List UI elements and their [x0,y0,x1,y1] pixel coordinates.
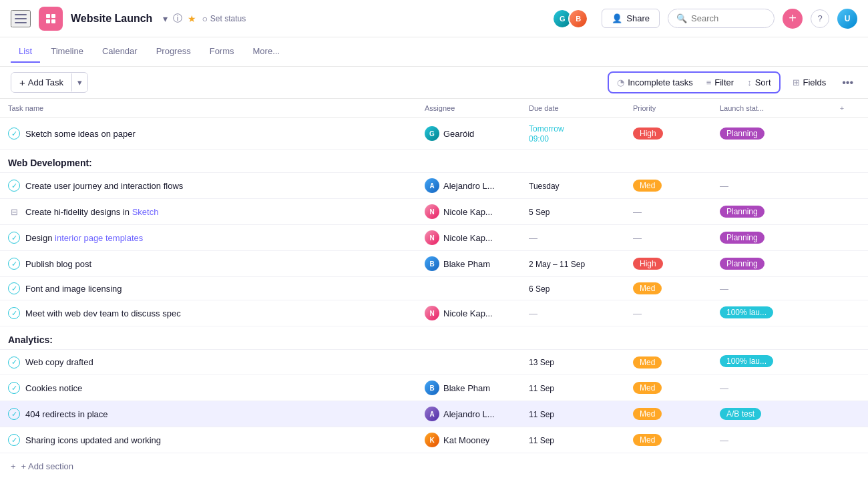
task-check-icon[interactable]: ✓ [8,382,20,394]
share-button[interactable]: Share [602,9,660,28]
task-link[interactable]: Sketch [132,207,159,217]
filter-icon: ≡ [706,77,712,87]
col-header-add[interactable]: + [816,99,868,118]
task-name: Meet with web dev team to discuss spec [25,308,181,318]
table-row[interactable]: ✓Sketch some ideas on paperGGearóidTomor… [0,118,868,150]
incomplete-tasks-icon: ◔ [617,77,624,87]
assignee-avatar: N [425,306,439,320]
task-name-cell: ⊟Create hi-fidelity designs in Sketch [8,206,409,218]
launch-status-badge: Planning [720,206,765,218]
add-task-label: Add Task [28,77,63,87]
tab-list[interactable]: List [11,41,40,63]
add-section-button[interactable]: + + Add section [0,453,868,479]
table-row[interactable]: ✓Font and image licensing6 SepMed— [0,277,868,300]
assignee-avatar: B [425,256,439,271]
launch-status-empty: — [720,284,728,294]
filter-button[interactable]: ≡ Filter [700,74,740,91]
assignee-name: Gearóid [443,129,474,139]
table-row[interactable]: ✓Design interior page templatesNNicole K… [0,225,868,251]
launch-status-badge: Planning [720,258,765,270]
table-row[interactable]: ✓404 redirects in placeAAlejandro L...11… [0,401,868,427]
assignee-cell: AAlejandro L... [425,407,513,421]
sort-button[interactable]: ↕ Sort [740,74,777,91]
priority-badge: Med [633,356,662,369]
svg-rect-2 [46,19,50,23]
due-date: 11 Sep [529,410,554,419]
table-row[interactable]: ✓Sharing icons updated and workingKKat M… [0,427,868,453]
tab-timeline[interactable]: Timeline [43,41,91,63]
task-name-cell: ✓Create user journey and interaction flo… [8,180,409,192]
assignee-avatar: N [425,230,439,245]
assignee-cell: BBlake Pham [425,381,513,395]
incomplete-tasks-button[interactable]: ◔ Incomplete tasks [610,74,700,91]
assignee-avatar: A [425,178,439,193]
due-date: 6 Sep [529,284,550,294]
priority-badge: High [633,258,663,270]
table-row[interactable]: ✓Publish blog postBBlake Pham2 May – 11 … [0,251,868,277]
svg-rect-3 [51,19,55,23]
task-name-cell: ✓Publish blog post [8,258,409,270]
task-name: Cookies notice [25,383,82,393]
star-icon[interactable]: ★ [188,13,196,24]
fields-button[interactable]: ⊞ Fields [786,74,833,91]
task-check-icon[interactable]: ✓ [8,180,20,192]
project-title: Website Launch [71,13,152,25]
add-button[interactable]: + [783,9,803,29]
due-date: 13 Sep [529,358,554,367]
assignee-avatar: A [425,407,439,421]
assignee-name: Nicole Kap... [443,207,493,217]
task-name: Create hi-fidelity designs in Sketch [25,207,158,217]
tab-progress[interactable]: Progress [148,41,199,63]
table-row[interactable]: ✓Create user journey and interaction flo… [0,173,868,199]
task-check-icon[interactable]: ✓ [8,282,20,294]
assignee-name: Nicole Kap... [443,308,493,318]
user-avatar[interactable]: U [837,9,857,29]
task-check-icon[interactable]: ✓ [8,232,20,244]
table-row[interactable]: ✓Web copy drafted13 SepMed100% lau... [0,350,868,375]
priority-empty: — [633,207,642,217]
task-name-text: Create user journey and interaction flow… [25,181,183,191]
due-date: 11 Sep [529,384,554,393]
due-date: Tuesday [529,182,560,191]
task-check-icon[interactable]: ✓ [8,307,20,319]
section-row: Web Development: [0,150,868,173]
row-add-cell [816,173,868,199]
launch-status-empty: — [720,181,728,191]
priority-badge: Med [633,382,662,394]
table-row[interactable]: ✓Meet with web dev team to discuss specN… [0,300,868,326]
task-name-text: 404 redirects in place [25,409,108,419]
task-name-text: Cookies notice [25,383,82,393]
launch-status-badge: A/B test [720,408,761,420]
tab-forms[interactable]: Forms [202,41,242,63]
add-task-btn[interactable]: Add Task ▾ [11,72,88,93]
launch-status-badge: Planning [720,128,765,140]
col-header-launch-status: Launch stat... [712,99,816,118]
info-icon[interactable]: ⓘ [173,13,182,25]
task-check-icon[interactable]: ✓ [8,434,20,446]
nav-icons: ▾ ⓘ ★ Set status [163,13,246,25]
filter-label: Filter [714,77,734,87]
table-row[interactable]: ✓Cookies noticeBBlake Pham11 SepMed— [0,375,868,401]
search-bar[interactable]: 🔍 [668,9,775,28]
help-button[interactable]: ? [811,9,829,28]
assignee-cell: NNicole Kap... [425,230,513,245]
set-status-button[interactable]: Set status [202,13,246,24]
task-link[interactable]: interior page templates [55,233,143,243]
search-input[interactable] [691,13,766,23]
task-check-icon[interactable]: ✓ [8,408,20,420]
add-task-dropdown-button[interactable]: ▾ [71,73,87,91]
task-check-icon[interactable]: ✓ [8,258,20,270]
tab-more[interactable]: More... [245,41,288,63]
task-name-cell: ✓Design interior page templates [8,232,409,244]
add-task-main-button[interactable]: Add Task [11,73,71,92]
task-check-icon[interactable]: ✓ [8,128,20,140]
priority-badge: Med [633,408,662,420]
hamburger-menu[interactable] [11,10,31,27]
table-row[interactable]: ⊟Create hi-fidelity designs in SketchNNi… [0,199,868,225]
more-options-button[interactable]: ••• [838,74,857,91]
tab-calendar[interactable]: Calendar [94,41,146,63]
task-name: Sketch some ideas on paper [25,129,136,139]
chevron-down-icon[interactable]: ▾ [163,13,168,24]
task-check-icon[interactable]: ✓ [8,356,20,369]
col-header-due-date: Due date [521,99,625,118]
